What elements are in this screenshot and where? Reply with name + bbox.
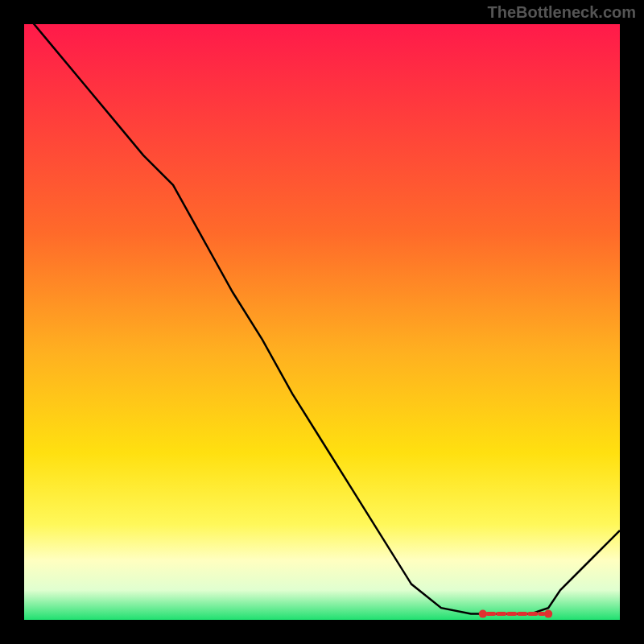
watermark-text: TheBottleneck.com [488, 3, 636, 22]
gradient-background [24, 24, 620, 620]
chart-container [24, 24, 620, 620]
chart-svg [24, 24, 620, 620]
